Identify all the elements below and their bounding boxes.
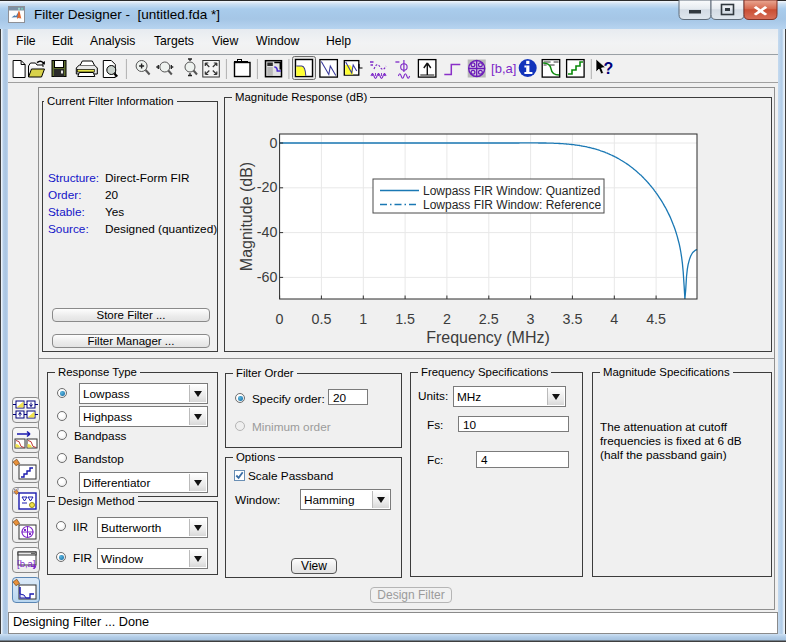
- svg-text:1: 1: [359, 311, 367, 327]
- svg-text:2: 2: [443, 311, 451, 327]
- svg-text:Magnitude (dB): Magnitude (dB): [238, 162, 255, 271]
- svg-text:0: 0: [270, 135, 278, 151]
- svg-text:3.5: 3.5: [562, 311, 582, 327]
- svg-text:-20: -20: [257, 179, 278, 195]
- svg-text:3: 3: [527, 311, 535, 327]
- svg-text:2.5: 2.5: [479, 311, 499, 327]
- svg-text:[b,a]: [b,a]: [491, 61, 516, 76]
- svg-text:0: 0: [276, 311, 284, 327]
- svg-text:1.5: 1.5: [395, 311, 415, 327]
- svg-text:4.5: 4.5: [646, 311, 666, 327]
- svg-text:[b,a]: [b,a]: [17, 558, 36, 569]
- svg-text:-40: -40: [257, 224, 278, 240]
- svg-text:0.5: 0.5: [311, 311, 331, 327]
- svg-text:4: 4: [610, 311, 618, 327]
- svg-text:-60: -60: [257, 269, 278, 285]
- svg-text:Lowpass FIR Window: Quantized: Lowpass FIR Window: Quantized: [423, 184, 600, 198]
- svg-text:Lowpass FIR Window: Reference: Lowpass FIR Window: Reference: [423, 198, 601, 212]
- svg-text:?: ?: [604, 60, 614, 77]
- svg-text:Frequency (MHz): Frequency (MHz): [426, 329, 550, 346]
